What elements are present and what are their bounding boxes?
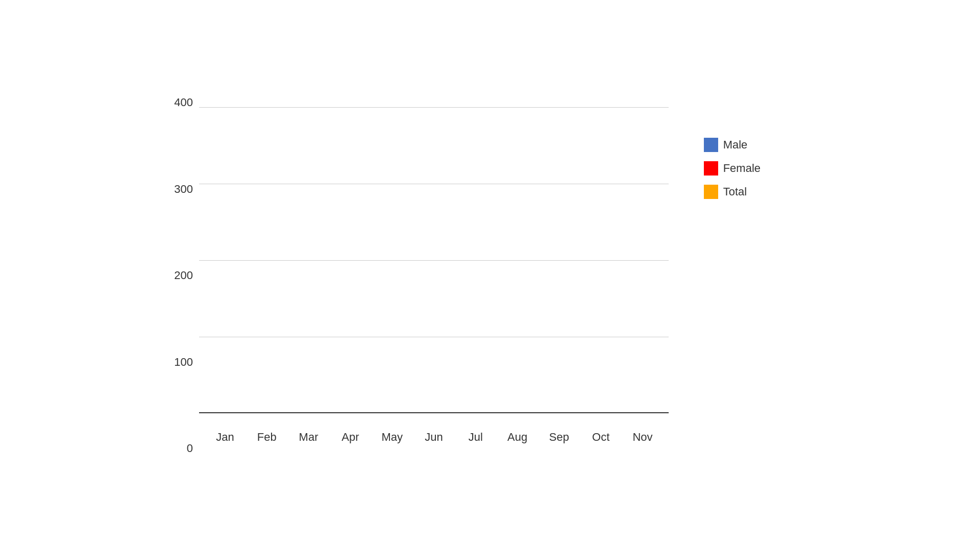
x-label-aug: Aug xyxy=(497,431,538,444)
legend-item-female: Female xyxy=(704,161,761,176)
x-label-jan: Jan xyxy=(204,431,246,444)
x-label-jul: Jul xyxy=(455,431,497,444)
chart-container: 400 300 200 100 0 JanFebMarAprMayJunJulA… xyxy=(158,97,771,454)
x-label-feb: Feb xyxy=(246,431,288,444)
y-label-300: 300 xyxy=(174,184,193,195)
x-label-may: May xyxy=(371,431,413,444)
legend-color-male xyxy=(704,138,718,152)
x-label-oct: Oct xyxy=(580,431,622,444)
legend-color-female xyxy=(704,161,718,176)
y-label-0: 0 xyxy=(187,443,193,454)
legend-color-total xyxy=(704,185,718,199)
x-label-jun: Jun xyxy=(413,431,455,444)
y-label-200: 200 xyxy=(174,270,193,281)
x-label-nov: Nov xyxy=(622,431,664,444)
x-label-sep: Sep xyxy=(538,431,580,444)
y-label-100: 100 xyxy=(174,357,193,368)
x-label-apr: Apr xyxy=(329,431,371,444)
legend-item-male: Male xyxy=(704,138,761,152)
x-labels: JanFebMarAprMayJunJulAugSepOctNov xyxy=(199,431,669,444)
x-label-mar: Mar xyxy=(288,431,330,444)
legend: Male Female Total xyxy=(704,138,761,199)
legend-label-female: Female xyxy=(723,162,761,175)
y-label-400: 400 xyxy=(174,97,193,108)
legend-label-male: Male xyxy=(723,138,748,152)
legend-label-total: Total xyxy=(723,185,747,198)
y-axis: 400 300 200 100 0 xyxy=(158,97,199,454)
legend-item-total: Total xyxy=(704,185,761,199)
bars-area xyxy=(199,107,669,413)
